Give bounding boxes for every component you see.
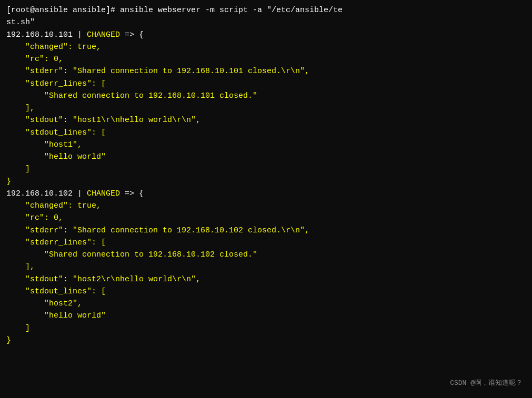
block1-line-0: "changed": true,	[6, 41, 526, 53]
prompt-line2: st.sh"	[6, 16, 526, 28]
block2-line-8: "host2",	[6, 298, 526, 310]
block1-pipe: |	[73, 30, 87, 39]
block2-line-4: "Shared connection to 192.168.10.102 clo…	[6, 249, 526, 261]
block1-line-10: ]	[6, 163, 526, 175]
block1-line-1: "rc": 0,	[6, 53, 526, 65]
block2-close: }	[6, 334, 526, 346]
block1-line-3: "stderr_lines": [	[6, 78, 526, 90]
block2-line-5: ],	[6, 261, 526, 273]
block2-line-10: ]	[6, 322, 526, 334]
block1-ip: 192.168.10.101	[6, 30, 73, 39]
block2-line-1: "rc": 0,	[6, 212, 526, 224]
watermark: CSDN @啊，谁知道呢？	[450, 378, 523, 389]
block1-arrow: => {	[120, 30, 144, 39]
block1-line-6: "stdout": "host1\r\nhello world\r\n",	[6, 114, 526, 126]
block2-line-7: "stdout_lines": [	[6, 285, 526, 298]
block2-line-2: "stderr": "Shared connection to 192.168.…	[6, 224, 526, 237]
block2-arrow: => {	[120, 189, 144, 198]
block2-pipe: |	[73, 189, 87, 198]
block1-line-4: "Shared connection to 192.168.10.101 clo…	[6, 90, 526, 102]
block1-status: CHANGED	[87, 30, 120, 39]
block1-header: 192.168.10.101 | CHANGED => {	[6, 29, 526, 41]
block1-line-2: "stderr": "Shared connection to 192.168.…	[6, 65, 526, 77]
block2-ip: 192.168.10.102	[6, 189, 73, 198]
block2-line-0: "changed": true,	[6, 200, 526, 212]
block1-close: }	[6, 176, 526, 188]
block2-line-9: "hello world"	[6, 310, 526, 322]
block2-line-6: "stdout": "host2\r\nhello world\r\n",	[6, 273, 526, 285]
terminal-window: [root@ansible ansible]# ansible webserve…	[0, 0, 532, 398]
block2-header: 192.168.10.102 | CHANGED => {	[6, 188, 526, 200]
block2-status: CHANGED	[87, 189, 120, 198]
block1-line-8: "host1",	[6, 139, 526, 151]
block2-line-3: "stderr_lines": [	[6, 237, 526, 249]
block1-line-7: "stdout_lines": [	[6, 127, 526, 139]
prompt-line1: [root@ansible ansible]# ansible webserve…	[6, 4, 526, 16]
block1-line-9: "hello world"	[6, 151, 526, 163]
block1-line-5: ],	[6, 102, 526, 114]
